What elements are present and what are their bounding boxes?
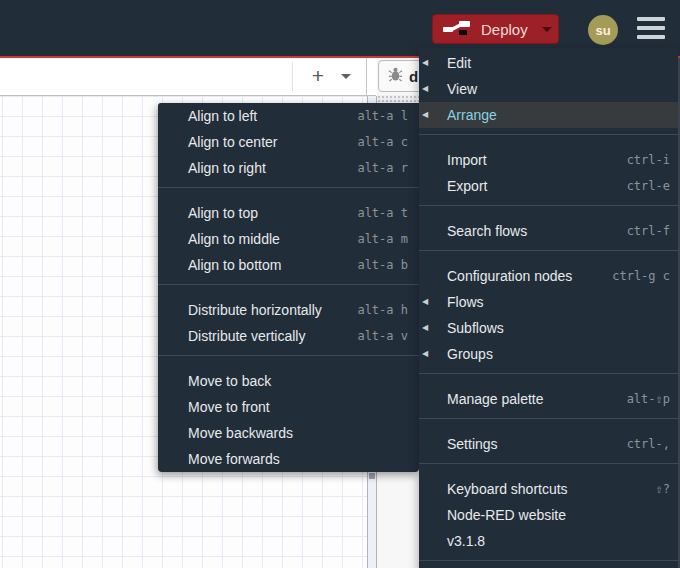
- menu-item-groups[interactable]: ◀Groups: [419, 341, 678, 367]
- menu-item-label: Move backwards: [188, 425, 293, 441]
- menu-item-shortcut: ctrl-e: [615, 179, 670, 193]
- menu-item-configuration-nodes[interactable]: Configuration nodesctrl-g c: [419, 263, 678, 289]
- menu-item-shortcut: alt-⇧p: [615, 392, 670, 406]
- menu-separator: [158, 187, 419, 188]
- menu-item-align-to-middle[interactable]: Align to middlealt-a m: [158, 226, 419, 252]
- menu-item-label: v3.1.8: [447, 533, 485, 549]
- menu-item-label: Align to center: [188, 134, 278, 150]
- menu-item-keyboard-shortcuts[interactable]: Keyboard shortcuts⇧?: [419, 476, 678, 502]
- menu-item-search-flows[interactable]: Search flowsctrl-f: [419, 218, 678, 244]
- menu-item-move-to-back[interactable]: Move to back: [158, 368, 419, 394]
- node-red-editor: + d: [0, 0, 680, 568]
- flow-tab-bar: +: [0, 58, 376, 96]
- menu-item-shortcut: alt-a b: [345, 258, 408, 272]
- debug-bug-icon: [388, 67, 403, 86]
- menu-item-shortcut: alt-a h: [345, 303, 408, 317]
- menu-separator: [158, 355, 419, 356]
- menu-item-align-to-center[interactable]: Align to centeralt-a c: [158, 129, 419, 155]
- submenu-arrow-icon: ◀: [422, 85, 428, 93]
- user-avatar[interactable]: su: [588, 15, 618, 45]
- menu-item-shortcut: alt-a m: [345, 232, 408, 246]
- menu-separator: [419, 418, 678, 419]
- menu-item-label: Search flows: [447, 223, 527, 239]
- submenu-arrow-icon: ◀: [422, 324, 428, 332]
- menu-item-label: Align to middle: [188, 231, 280, 247]
- menu-item-view[interactable]: ◀View: [419, 76, 678, 102]
- hamburger-bar: [637, 17, 665, 21]
- menu-item-align-to-bottom[interactable]: Align to bottomalt-a b: [158, 252, 419, 278]
- menu-item-label: Distribute vertically: [188, 328, 305, 344]
- main-menu: ◀Edit◀View◀ArrangeImportctrl-iExportctrl…: [419, 48, 678, 568]
- menu-item-label: View: [447, 81, 477, 97]
- deploy-button-label: Deploy: [481, 21, 528, 38]
- menu-item-label: Move to back: [188, 373, 271, 389]
- menu-item-shortcut: alt-a r: [345, 161, 408, 175]
- deploy-button[interactable]: Deploy: [432, 14, 559, 44]
- menu-item-label: Flows: [447, 294, 484, 310]
- menu-item-move-forwards[interactable]: Move forwards: [158, 446, 419, 472]
- menu-separator: [419, 560, 678, 561]
- menu-item-shortcut: ⇧?: [644, 482, 670, 496]
- submenu-arrow-icon: ◀: [422, 298, 428, 306]
- menu-item-label: Align to left: [188, 108, 257, 124]
- menu-separator: [419, 205, 678, 206]
- menu-item-manage-palette[interactable]: Manage palettealt-⇧p: [419, 386, 678, 412]
- submenu-arrow-icon: ◀: [422, 111, 428, 119]
- menu-item-label: Groups: [447, 346, 493, 362]
- deploy-icon: [441, 18, 473, 40]
- menu-item-move-to-front[interactable]: Move to front: [158, 394, 419, 420]
- submenu-arrow-icon: ◀: [422, 350, 428, 358]
- menu-separator: [419, 250, 678, 251]
- menu-item-node-red-website[interactable]: Node-RED website: [419, 502, 678, 528]
- tabbar-edge: [366, 58, 367, 95]
- menu-item-export[interactable]: Exportctrl-e: [419, 173, 678, 199]
- main-menu-hamburger-icon[interactable]: [637, 17, 665, 39]
- menu-item-label: Settings: [447, 436, 498, 452]
- menu-item-import[interactable]: Importctrl-i: [419, 147, 678, 173]
- menu-item-label: Align to bottom: [188, 257, 281, 273]
- add-flow-button[interactable]: +: [306, 63, 330, 89]
- menu-item-label: Move forwards: [188, 451, 280, 467]
- menu-item-label: Distribute horizontally: [188, 302, 322, 318]
- menu-item-label: Keyboard shortcuts: [447, 481, 568, 497]
- sidebar-partial-glyph: d: [409, 68, 418, 85]
- menu-item-shortcut: alt-a t: [345, 206, 408, 220]
- menu-item-align-to-left[interactable]: Align to leftalt-a l: [158, 103, 419, 129]
- menu-item-distribute-horizontally[interactable]: Distribute horizontallyalt-a h: [158, 297, 419, 323]
- menu-item-align-to-top[interactable]: Align to topalt-a t: [158, 200, 419, 226]
- menu-item-settings[interactable]: Settingsctrl-,: [419, 431, 678, 457]
- menu-item-subflows[interactable]: ◀Subflows: [419, 315, 678, 341]
- menu-item-version[interactable]: v3.1.8: [419, 528, 678, 554]
- tab-list-dropdown-icon[interactable]: [341, 74, 351, 79]
- menu-item-shortcut: alt-a c: [345, 135, 408, 149]
- menu-item-align-to-right[interactable]: Align to rightalt-a r: [158, 155, 419, 181]
- submenu-arrow-icon: ◀: [422, 59, 428, 67]
- menu-item-distribute-vertically[interactable]: Distribute verticallyalt-a v: [158, 323, 419, 349]
- menu-separator: [419, 373, 678, 374]
- menu-item-shortcut: ctrl-f: [615, 224, 670, 238]
- menu-item-label: Align to right: [188, 160, 266, 176]
- menu-item-label: Move to front: [188, 399, 270, 415]
- menu-item-label: Align to top: [188, 205, 258, 221]
- menu-item-edit[interactable]: ◀Edit: [419, 50, 678, 76]
- menu-item-flows[interactable]: ◀Flows: [419, 289, 678, 315]
- menu-item-move-backwards[interactable]: Move backwards: [158, 420, 419, 446]
- menu-item-shortcut: ctrl-,: [615, 437, 670, 451]
- scrollbar-thumb[interactable]: [369, 473, 375, 479]
- user-initials: su: [595, 23, 610, 38]
- menu-item-label: Edit: [447, 55, 471, 71]
- menu-item-shortcut: alt-a l: [345, 109, 408, 123]
- menu-item-label: Node-RED website: [447, 507, 566, 523]
- menu-item-shortcut: alt-a v: [345, 329, 408, 343]
- deploy-options-caret-icon[interactable]: [542, 27, 552, 32]
- menu-item-arrange[interactable]: ◀Arrange: [419, 102, 678, 128]
- menu-item-label: Subflows: [447, 320, 504, 336]
- menu-item-label: Arrange: [447, 107, 497, 123]
- tabbar-divider: [292, 62, 293, 91]
- hamburger-bar: [637, 26, 665, 30]
- menu-separator: [158, 284, 419, 285]
- menu-item-label: Import: [447, 152, 487, 168]
- menu-item-label: Export: [447, 178, 487, 194]
- hamburger-bar: [637, 35, 665, 39]
- menu-item-label: Manage palette: [447, 391, 544, 407]
